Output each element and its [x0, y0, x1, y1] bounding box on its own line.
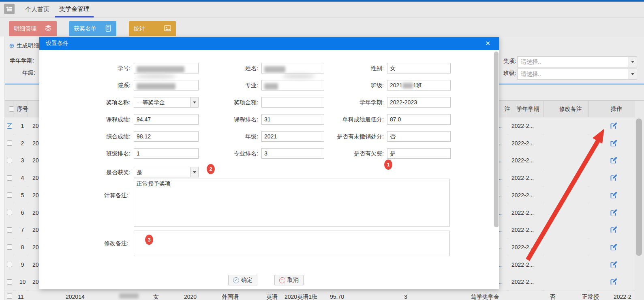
table-scrollbar-thumb[interactable] [636, 119, 642, 256]
scroll-icon [105, 25, 111, 33]
cell-dept: 外国语 [222, 294, 239, 300]
cancel-button[interactable]: − 取消 [274, 275, 304, 285]
cell-term: 2022-2... [511, 273, 534, 290]
edit-icon[interactable] [610, 122, 618, 130]
cell-seq: 3 [13, 152, 32, 169]
edit-icon[interactable] [610, 226, 618, 234]
course-rank-field[interactable]: 31 [261, 114, 324, 125]
edit-icon[interactable] [610, 261, 618, 269]
sidebar-collapse-button[interactable] [4, 4, 15, 14]
layers-icon [45, 25, 52, 32]
annotation-badge-1: 1 [384, 160, 392, 170]
award-amount-label: 奖项金额: [199, 97, 261, 108]
row-checkbox[interactable] [7, 140, 12, 146]
class-rank-label: 班级排名: [39, 148, 134, 159]
image-icon [164, 25, 171, 32]
awarded-select[interactable]: 是 [134, 167, 199, 177]
row-checkbox[interactable] [7, 123, 12, 129]
major-field[interactable] [261, 80, 324, 91]
dialog-scrollbar-thumb[interactable] [494, 52, 499, 227]
confirm-button[interactable]: ✓ 确定 [228, 275, 257, 285]
cell-seq: 4 [13, 169, 32, 186]
cell-seq: 2 [13, 135, 32, 152]
chevron-down-icon[interactable] [628, 57, 637, 67]
edit-icon[interactable] [610, 278, 618, 286]
gender-field[interactable]: 女 [387, 63, 451, 73]
edit-icon[interactable] [610, 139, 618, 147]
confirm-label: 确定 [241, 276, 252, 284]
masked-value [137, 66, 184, 73]
row-checkbox[interactable] [7, 192, 12, 198]
award-list-button[interactable]: 获奖名单 [69, 21, 116, 36]
modify-note-label: 修改备注: [39, 240, 132, 247]
row-checkbox[interactable] [7, 210, 12, 215]
major-rank-field[interactable]: 3 [261, 148, 324, 159]
cell-student-id-partial: 20 [32, 221, 39, 238]
award-name-select[interactable]: 一等奖学金 [134, 97, 199, 108]
min-score-field[interactable]: 87.0 [387, 114, 451, 125]
grade-label: 年级: [199, 131, 261, 142]
class-rank-field[interactable]: 1 [134, 148, 199, 159]
statistics-label: 统计 [134, 25, 145, 32]
statistics-button[interactable]: 统计 [129, 21, 176, 36]
cell-student-id-partial: 20 [32, 239, 39, 256]
row-checkbox[interactable] [7, 279, 12, 285]
award-filter-select[interactable]: 请选择.. [517, 56, 637, 67]
name-label: 姓名: [199, 63, 261, 73]
row-checkbox[interactable] [7, 175, 12, 181]
student-id-field[interactable] [134, 63, 199, 73]
cell-actions [605, 169, 623, 186]
edit-icon[interactable] [610, 156, 618, 164]
name-field[interactable] [261, 63, 324, 73]
cell-actions [605, 135, 623, 152]
course-score-field[interactable]: 94.47 [134, 114, 199, 125]
cell-student-id: 202014 [66, 294, 85, 300]
edit-icon[interactable] [610, 243, 618, 251]
row-checkbox[interactable] [7, 158, 12, 163]
masked-value [137, 83, 175, 90]
annotation-badge-2: 2 [207, 164, 215, 174]
grade-field[interactable]: 2021 [261, 131, 324, 142]
class-field[interactable]: 20211班 [387, 80, 451, 91]
edit-icon[interactable] [610, 191, 618, 199]
edit-icon[interactable] [610, 174, 618, 182]
detail-management-button[interactable]: 明细管理 [9, 21, 57, 36]
punishment-field[interactable]: 否 [387, 131, 451, 142]
award-amount-field[interactable] [261, 97, 324, 108]
dept-label: 院系: [39, 80, 134, 91]
generate-detail-button[interactable]: ⊕ 生成明细 [9, 42, 39, 50]
cell-seq: 7 [13, 221, 32, 238]
comp-score-field[interactable]: 98.12 [134, 131, 199, 142]
row-checkbox[interactable] [7, 262, 12, 267]
close-icon[interactable]: ✕ [485, 40, 490, 47]
chevron-down-icon[interactable] [190, 167, 198, 177]
arrears-field[interactable]: 是 [387, 148, 451, 159]
cell-term: 2022-2... [511, 239, 534, 256]
column-header-term: 学年学期 [508, 101, 548, 117]
cell-grade: 2020 [184, 294, 197, 300]
cell-term: 2022-2... [511, 152, 534, 169]
cell-student-id-partial: 20 [32, 152, 39, 169]
cell-actions [605, 273, 623, 290]
calc-note-textarea[interactable] [134, 179, 450, 227]
modify-note-textarea[interactable] [134, 231, 450, 256]
dialog-header[interactable]: 设置条件 ✕ [39, 37, 499, 50]
cell-student-id-partial: 20 [32, 117, 39, 134]
term-filter-label: 学年学期: [10, 57, 34, 65]
chevron-down-icon[interactable] [190, 97, 198, 107]
class-filter-select[interactable]: 请选择.. [517, 69, 637, 80]
row-checkbox[interactable] [7, 244, 12, 250]
row-checkbox[interactable] [7, 294, 12, 299]
tab-personal-home[interactable]: 个人首页 [21, 2, 53, 17]
edit-icon[interactable] [610, 209, 618, 217]
cell-term: 2022-2... [511, 221, 534, 238]
table-row-partial: 11 202014 女 2020 外国语 英语 2020英语1班 95.70 3… [5, 291, 635, 300]
tab-scholarship-management[interactable]: 奖学金管理 [55, 2, 94, 17]
cell-actions [605, 256, 623, 273]
term-field[interactable]: 2022-2023 [387, 97, 451, 108]
chevron-down-icon[interactable] [628, 69, 637, 79]
masked-value [264, 83, 278, 90]
cell-student-id-partial: 20 [32, 204, 39, 221]
row-checkbox[interactable] [7, 227, 12, 233]
dept-field[interactable] [134, 80, 199, 91]
